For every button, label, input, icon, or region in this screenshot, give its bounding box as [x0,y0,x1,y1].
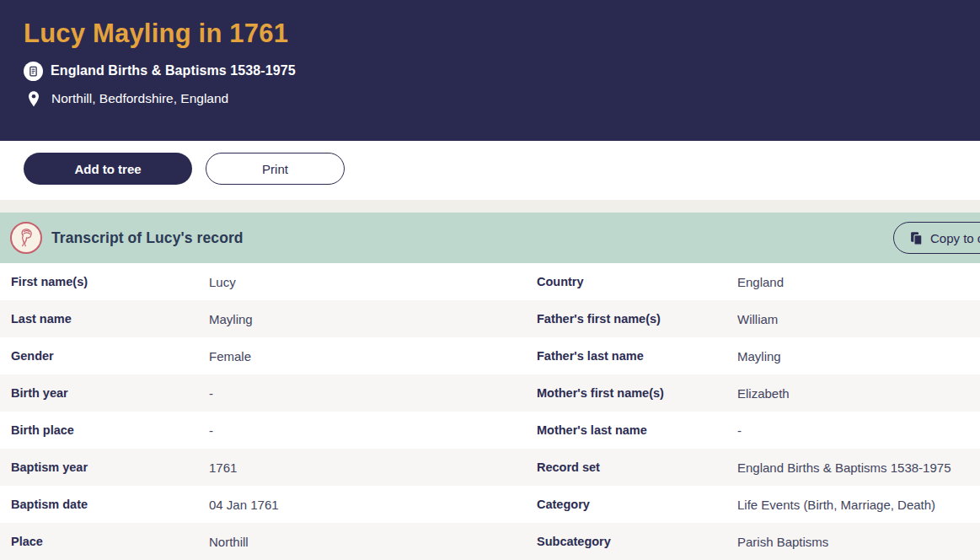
field-label: Category [537,498,737,511]
field-value: Lucy [209,275,537,289]
field-label: Baptism date [11,498,209,511]
portrait-icon [10,222,42,254]
copy-icon [909,231,924,245]
field-label: Father's first name(s) [537,312,737,326]
copy-to-clipboard-button[interactable]: Copy to clipboard [893,222,980,254]
field-value: William [737,312,980,326]
field-label: Subcategory [537,535,737,548]
field-value: Elizabeth [737,386,980,401]
field-value: 1761 [209,460,537,475]
field-value: - [209,386,537,401]
table-row: Baptism year 1761 Record set England Bir… [0,449,980,486]
field-value: England [737,275,980,289]
print-button[interactable]: Print [206,153,345,185]
table-row: Birth place - Mother's last name - [0,412,980,449]
field-value: - [209,423,537,438]
field-value: Female [209,349,537,363]
field-label: Mother's last name [537,423,737,437]
field-value: 04 Jan 1761 [209,498,537,512]
section-divider [0,200,980,213]
field-value: Northill [209,535,537,549]
record-header: Lucy Mayling in 1761 England Births & Ba… [0,0,980,141]
field-label: First name(s) [11,275,209,288]
field-label: Mother's first name(s) [537,386,737,400]
table-row: Last name Mayling Father's first name(s)… [0,300,980,337]
record-set-name: England Births & Baptisms 1538-1975 [51,63,296,78]
table-row: Place Northill Subcategory Parish Baptis… [0,523,980,560]
add-to-tree-button[interactable]: Add to tree [24,153,192,185]
field-label: Gender [11,349,209,363]
transcript-title: Transcript of Lucy's record [51,229,244,247]
field-value: - [737,423,980,438]
field-value: Parish Baptisms [737,535,980,549]
transcript-table: First name(s) Lucy Country England Last … [0,263,980,560]
table-row: Gender Female Father's last name Mayling [0,337,980,374]
field-value: Mayling [737,349,980,363]
action-bar: Add to tree Print [0,141,980,200]
table-row: Birth year - Mother's first name(s) Eliz… [0,374,980,412]
record-set-row: England Births & Baptisms 1538-1975 [24,62,980,81]
copy-to-clipboard-label: Copy to clipboard [930,231,980,245]
table-row: Baptism date 04 Jan 1761 Category Life E… [0,486,980,523]
location-row: Northill, Bedfordshire, England [24,90,980,108]
table-row: First name(s) Lucy Country England [0,263,980,300]
field-value: Mayling [209,312,537,326]
field-label: Baptism year [11,460,209,474]
record-location: Northill, Bedfordshire, England [51,91,228,106]
field-label: Record set [537,460,737,474]
field-value: England Births & Baptisms 1538-1975 [737,460,980,475]
field-label: Birth year [11,386,209,400]
field-label: Place [11,535,209,548]
document-icon [24,62,43,81]
field-label: Last name [11,312,209,326]
transcript-banner: Transcript of Lucy's record Copy to clip… [0,213,980,263]
field-value: Life Events (Birth, Marriage, Death) [737,498,980,512]
field-label: Birth place [11,423,209,437]
page-title: Lucy Mayling in 1761 [24,19,980,49]
field-label: Father's last name [537,349,737,363]
field-label: Country [537,275,737,288]
location-pin-icon [24,90,43,108]
